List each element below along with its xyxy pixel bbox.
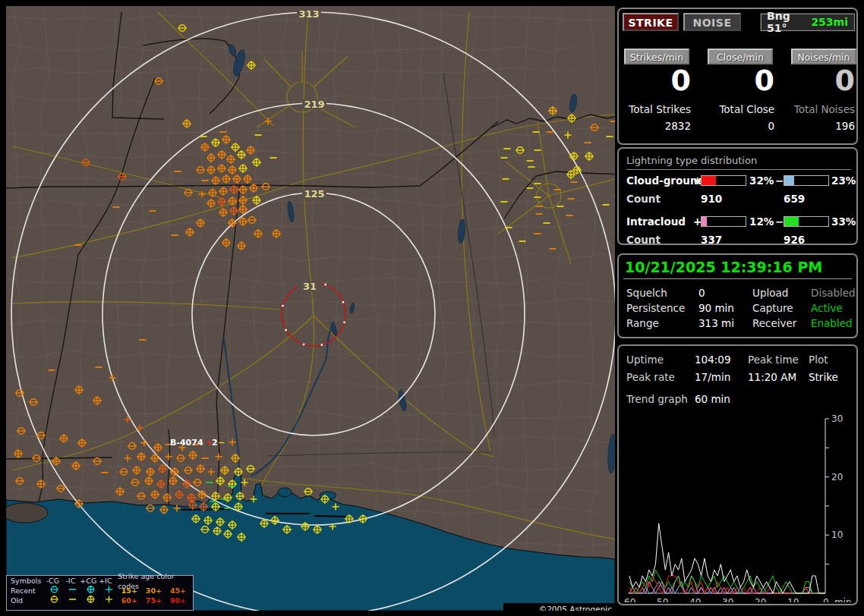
bearing-range: 253mi xyxy=(811,16,848,28)
total-close-value: 0 xyxy=(700,120,774,132)
trend-series-cg_pos xyxy=(629,576,825,593)
ring-dot xyxy=(325,284,326,285)
x-tick-label: 10 xyxy=(787,597,799,602)
upload-value: Disabled xyxy=(811,287,856,299)
cloud-ground-row: Cloud-ground + 32% − 23% xyxy=(619,174,856,187)
ic-positive-percent: 12% xyxy=(749,215,774,228)
ring-dot xyxy=(285,329,286,331)
x-axis-unit-label: min xyxy=(834,597,852,602)
ring-distance-label: 125 xyxy=(304,188,324,200)
ring-dot xyxy=(303,344,304,345)
legend-symbol-cell xyxy=(81,595,100,606)
legend-age-row-label: Old xyxy=(7,596,45,605)
ring-distance-label: 31 xyxy=(303,281,317,292)
x-tick-label: 20 xyxy=(755,597,766,602)
strike-age-code: 15+ xyxy=(120,586,144,596)
counters-panel: STRIKE NOISE Bng 51° 253mi Strikes/min C… xyxy=(617,8,858,145)
cg-positive-bar xyxy=(701,175,746,186)
capture-label: Capture xyxy=(752,302,793,314)
strike-age-code: 75+ xyxy=(144,596,169,605)
minus-sign: − xyxy=(775,174,784,187)
total-noises-value: 196 xyxy=(781,120,855,132)
cell-track-label: B-4074+2− xyxy=(170,438,225,448)
total-strikes-value: 2832 xyxy=(619,120,691,132)
legend-symbol-cell xyxy=(45,595,64,606)
bearing-label: Bng 51° xyxy=(767,10,811,34)
legend-symbols-title: Symbols xyxy=(7,576,43,586)
cg-negative-percent: 23% xyxy=(831,174,856,187)
plot-label: Plot xyxy=(809,354,828,366)
peak-time-value: 11:20 AM xyxy=(748,371,796,383)
intracloud-row: Intracloud + 12% − 33% xyxy=(619,215,856,228)
peak-rate-value: 17/min xyxy=(695,371,730,383)
cell-id-label: B-4074 xyxy=(170,438,203,448)
minus-sign: − xyxy=(775,215,784,228)
noise-mode-button[interactable]: NOISE xyxy=(683,13,741,31)
datetime-display: 10/21/2025 12:39:16 PM xyxy=(625,259,822,275)
cg+-symbol-icon xyxy=(86,585,96,594)
y-tick-label: 10 xyxy=(831,530,843,540)
count-label: Count xyxy=(626,234,661,246)
noises-per-min-value: 0 xyxy=(791,64,855,97)
ring-dot xyxy=(343,322,345,323)
capture-value: Active xyxy=(811,302,843,314)
strikes-per-min-label[interactable]: Strikes/min xyxy=(624,49,689,64)
map-canvas: 31321912531B-4074+2− xyxy=(6,6,615,611)
persistence-value: 90 min xyxy=(698,302,734,314)
ring-dot xyxy=(321,344,323,345)
strike-age-code: 60+ xyxy=(120,596,144,605)
strike-mode-button[interactable]: STRIKE xyxy=(623,13,679,31)
peak-rate-label: Peak rate xyxy=(626,371,675,383)
trend-graph-label: Trend graph xyxy=(626,393,688,405)
cg--symbol-icon xyxy=(49,595,59,604)
trend-graph-value: 60 min xyxy=(695,393,730,405)
map-symbol-legend: Symbols -CG -IC +CG +IC Strike age color… xyxy=(6,575,194,611)
ic+-symbol-icon xyxy=(104,585,114,594)
ic-negative-percent: 33% xyxy=(831,215,856,228)
ic-positive-bar xyxy=(701,216,746,227)
plot-type-value: Strike xyxy=(809,371,838,383)
squelch-value: 0 xyxy=(698,287,705,299)
x-tick-label: 30 xyxy=(722,597,733,602)
range-value: 313 mi xyxy=(698,317,734,329)
upload-label: Upload xyxy=(752,287,788,299)
persistence-label: Persistence xyxy=(626,302,685,314)
x-tick-label: 50 xyxy=(657,597,668,602)
bay xyxy=(278,488,292,497)
close-per-min-label[interactable]: Close/min xyxy=(708,49,773,64)
total-noises-label: Total Noises xyxy=(781,103,855,115)
total-close-label: Total Close xyxy=(700,103,774,115)
status-panel: 10/21/2025 12:39:16 PM Squelch 0 Upload … xyxy=(617,253,858,338)
cell-trend-icon: − xyxy=(218,438,225,448)
ic-negative-bar xyxy=(784,216,829,227)
x-tick-label: 0 xyxy=(823,597,829,602)
range-label: Range xyxy=(626,317,659,329)
x-tick-label: 40 xyxy=(689,597,701,602)
cg-negative-bar xyxy=(784,175,829,186)
cg--symbol-icon xyxy=(49,585,59,594)
intracloud-label: Intracloud xyxy=(626,215,686,228)
legend-symbol-cell xyxy=(64,595,81,606)
lightning-distribution-panel: Lightning type distribution Cloud-ground… xyxy=(617,147,858,245)
y-tick-label: 30 xyxy=(831,413,843,424)
ic--symbol-icon xyxy=(68,585,77,594)
strike-age-code: 45+ xyxy=(169,586,193,596)
peak-time-label: Peak time xyxy=(748,354,799,366)
ic+-symbol-icon xyxy=(104,595,114,604)
receiver-value: Enabled xyxy=(811,317,853,329)
legend-age-row-label: Recent xyxy=(7,586,45,596)
uptime-label: Uptime xyxy=(626,354,664,366)
ic-negative-count: 926 xyxy=(784,234,805,246)
cell-count-label: 2 xyxy=(212,438,218,448)
uptime-value: 104:09 xyxy=(695,354,731,366)
ic--symbol-icon xyxy=(68,595,77,604)
lightning-map[interactable]: 31321912531B-4074+2− Symbols -CG -IC +CG… xyxy=(6,6,615,611)
trend-series-ic_pos xyxy=(629,576,825,593)
total-strikes-label: Total Strikes xyxy=(619,103,691,115)
ring-distance-label: 219 xyxy=(304,99,324,110)
ring-dot xyxy=(282,305,283,306)
noises-per-min-label[interactable]: Noises/min xyxy=(791,49,856,64)
trend-graph: 1020306050403020100min xyxy=(620,411,857,602)
ring-dot xyxy=(342,301,344,303)
close-per-min-value: 0 xyxy=(708,64,774,97)
